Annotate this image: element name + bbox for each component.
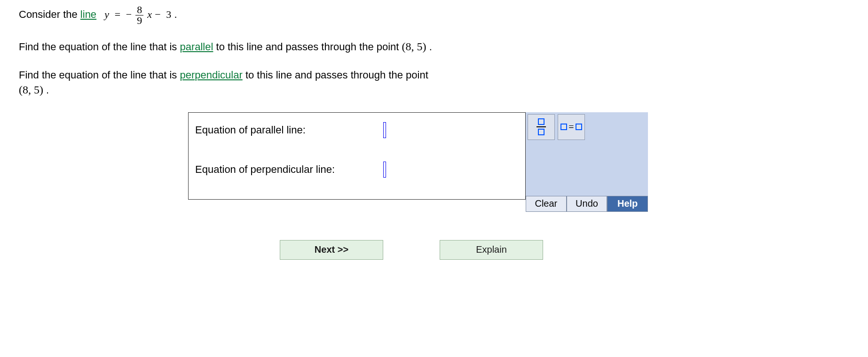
eq-const: 3 — [164, 8, 172, 20]
tool-panel: = Clear Undo Help — [526, 112, 648, 212]
tool-equation-button[interactable]: = — [558, 114, 585, 140]
answer-row-perpendicular: Equation of perpendicular line: — [195, 162, 519, 178]
eq-fraction: 8 9 — [135, 5, 143, 26]
input-parallel[interactable] — [383, 122, 386, 138]
eq-frac-den: 9 — [135, 16, 143, 26]
eq-var: x — [147, 8, 152, 20]
point-perp: (8, 5) — [19, 84, 43, 96]
help-button[interactable]: Help — [607, 196, 648, 212]
problem-line-2: Find the equation of the line that is pa… — [19, 39, 849, 55]
period-perp: . — [46, 84, 49, 96]
equation-icon: = — [560, 122, 582, 132]
text-parallel-pre: Find the equation of the line that is — [19, 41, 180, 53]
text-consider: Consider the — [19, 8, 80, 20]
label-perpendicular: Equation of perpendicular line: — [195, 163, 383, 176]
eq-minus: − — [155, 8, 160, 20]
link-parallel[interactable]: parallel — [180, 41, 213, 53]
point-parallel: (8, 5) — [402, 40, 426, 53]
eq-period: . — [174, 8, 177, 20]
explain-button[interactable]: Explain — [440, 240, 543, 260]
answer-row-parallel: Equation of parallel line: — [195, 122, 519, 138]
answer-container: Equation of parallel line: Equation of p… — [188, 112, 526, 200]
undo-button[interactable]: Undo — [567, 196, 608, 212]
eq-neg: − — [126, 8, 132, 20]
text-perp-pre: Find the equation of the line that is — [19, 69, 180, 81]
text-parallel-suf: to this line and passes through the poin… — [216, 41, 402, 53]
fraction-icon — [537, 118, 546, 135]
link-line[interactable]: line — [80, 8, 96, 20]
link-perpendicular[interactable]: perpendicular — [180, 69, 242, 81]
problem-line-1: Consider the line y = − 8 9 x − 3 . — [19, 5, 849, 26]
next-button[interactable]: Next >> — [280, 240, 383, 260]
period-parallel: . — [429, 41, 432, 53]
problem-line-3: Find the equation of the line that is pe… — [19, 68, 849, 98]
tool-fraction-button[interactable] — [528, 114, 555, 140]
eq-symbol: = — [568, 122, 574, 132]
clear-button[interactable]: Clear — [526, 196, 567, 212]
text-perp-suf: to this line and passes through the poin… — [245, 69, 428, 81]
eq-lhs: y — [99, 8, 109, 20]
input-perpendicular[interactable] — [383, 162, 386, 178]
label-parallel: Equation of parallel line: — [195, 124, 383, 136]
eq-equals: = — [112, 8, 123, 20]
eq-frac-num: 8 — [135, 5, 143, 16]
